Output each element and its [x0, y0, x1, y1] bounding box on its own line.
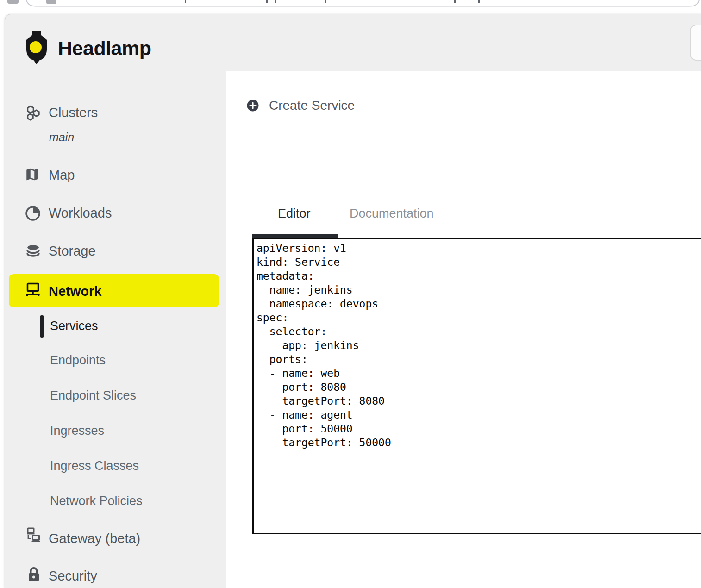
sidebar: Clusters main Map Workloads — [5, 71, 225, 588]
sidebar-item-label: Services — [50, 319, 98, 333]
gateway-icon — [24, 527, 42, 545]
sidebar-item-label: Endpoints — [50, 353, 106, 368]
sidebar-item-label: Storage — [49, 243, 96, 259]
app-window: Headlamp Clusters main — [5, 14, 701, 588]
yaml-editor[interactable]: apiVersion: v1 kind: Service metadata: n… — [252, 238, 701, 534]
selected-subitem-indicator — [40, 315, 44, 338]
sidebar-item-label: Endpoint Slices — [50, 388, 136, 403]
browser-tab-outline — [0, 0, 701, 14]
sidebar-item-label: Gateway (beta) — [49, 530, 140, 547]
plus-circle-icon — [246, 99, 259, 112]
sidebar-item-label: Security — [49, 568, 97, 584]
sidebar-item-label: Ingress Classes — [50, 458, 139, 473]
storage-icon — [25, 244, 41, 259]
sidebar-item-label: Ingresses — [50, 423, 104, 438]
yaml-editor-content: apiVersion: v1 kind: Service metadata: n… — [254, 239, 701, 450]
headlamp-home-link[interactable]: Headlamp — [22, 27, 216, 69]
headlamp-logo-icon — [22, 31, 51, 66]
sidebar-item-label: Clusters — [49, 104, 98, 121]
browser-chrome-strip — [0, 0, 701, 14]
create-service-label: Create Service — [269, 98, 355, 113]
security-icon — [26, 566, 41, 584]
screen: Headlamp Clusters main — [0, 0, 701, 588]
tab-documentation[interactable]: Documentation — [350, 206, 434, 221]
sidebar-item-label: Workloads — [49, 205, 112, 221]
create-service-button[interactable]: Create Service — [246, 98, 355, 113]
cluster-name[interactable]: main — [49, 129, 74, 145]
map-icon — [25, 167, 40, 183]
workloads-icon — [25, 205, 41, 222]
browser-url-text-fragment — [275, 0, 276, 3]
browser-url-text-fragment — [454, 0, 456, 3]
header-action-button[interactable] — [690, 25, 701, 61]
app-title: Headlamp — [58, 37, 151, 60]
tab-editor[interactable]: Editor — [278, 206, 311, 221]
main-content: Create Service Editor Documentation apiV… — [226, 71, 701, 588]
browser-url-text-fragment — [325, 0, 326, 3]
sidebar-item-label: Map — [49, 167, 75, 183]
sidebar-item-label: Network — [49, 283, 101, 300]
sidebar-item-label: Network Policies — [50, 494, 143, 508]
browser-url-text-fragment — [478, 0, 480, 3]
network-icon — [25, 282, 41, 299]
browser-url-text-fragment — [266, 0, 268, 3]
clusters-icon — [25, 105, 41, 122]
browser-url-text-fragment — [185, 0, 186, 3]
